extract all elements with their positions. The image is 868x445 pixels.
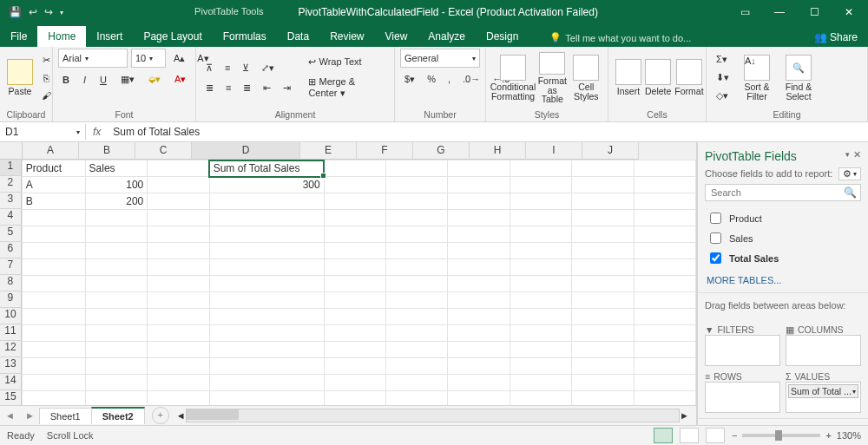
cell-I15[interactable] [572, 391, 634, 406]
tab-data[interactable]: Data [277, 26, 319, 47]
cell-D12[interactable] [209, 342, 324, 358]
sheet-tab-sheet2[interactable]: Sheet2 [91, 407, 145, 424]
filters-area[interactable] [705, 335, 780, 366]
cell-H1[interactable] [510, 160, 571, 177]
col-header-G[interactable]: G [413, 142, 470, 160]
name-box[interactable]: D1▾ [0, 124, 86, 140]
cell-B14[interactable] [85, 375, 148, 391]
cell-B8[interactable] [85, 276, 148, 292]
row-header-2[interactable]: 2 [0, 176, 22, 193]
tab-review[interactable]: Review [319, 26, 374, 47]
font-color-button[interactable]: A▾ [170, 71, 190, 88]
view-normal-button[interactable] [654, 428, 673, 443]
cell-C15[interactable] [148, 391, 209, 406]
select-all-corner[interactable] [0, 142, 23, 160]
orientation-icon[interactable]: ⤢▾ [257, 60, 279, 76]
cell-F12[interactable] [386, 342, 448, 358]
format-cells-button[interactable]: Format [673, 50, 705, 106]
cell-J7[interactable] [634, 259, 695, 276]
decrease-indent-icon[interactable]: ⇤ [259, 80, 275, 96]
cell-C5[interactable] [148, 226, 209, 243]
cell-A4[interactable] [22, 210, 85, 226]
save-icon[interactable]: 💾 [9, 6, 22, 18]
cell-H11[interactable] [510, 325, 571, 342]
cell-J13[interactable] [634, 358, 695, 375]
row-header-14[interactable]: 14 [0, 374, 22, 390]
cell-G2[interactable] [448, 177, 510, 193]
clear-icon[interactable]: ◇▾ [712, 88, 733, 104]
cell-E6[interactable] [324, 243, 385, 259]
cell-H10[interactable] [510, 309, 571, 325]
cell-D6[interactable] [209, 243, 324, 259]
cell-G15[interactable] [448, 391, 510, 406]
field-product[interactable]: Product [707, 208, 859, 228]
cell-G10[interactable] [448, 309, 510, 325]
sort-filter-button[interactable]: A↓Sort & Filter [739, 50, 775, 106]
cell-I11[interactable] [572, 325, 634, 342]
cell-C7[interactable] [148, 259, 209, 276]
cell-H4[interactable] [510, 210, 571, 226]
align-middle-icon[interactable]: ≡ [220, 60, 234, 76]
align-top-icon[interactable]: ⊼ [201, 60, 217, 76]
cell-A3[interactable]: B [22, 193, 85, 210]
cell-I3[interactable] [572, 193, 634, 210]
cell-G13[interactable] [448, 358, 510, 375]
cell-J9[interactable] [634, 292, 695, 309]
cell-H5[interactable] [510, 226, 571, 243]
cell-A5[interactable] [22, 226, 85, 243]
cell-E12[interactable] [324, 342, 385, 358]
increase-indent-icon[interactable]: ⇥ [279, 80, 295, 96]
cell-B1[interactable]: Sales [85, 160, 148, 177]
cell-H3[interactable] [510, 193, 571, 210]
row-header-7[interactable]: 7 [0, 258, 22, 275]
grow-font-icon[interactable]: A▴ [169, 50, 189, 67]
cell-G9[interactable] [448, 292, 510, 309]
row-header-8[interactable]: 8 [0, 275, 22, 291]
cell-A9[interactable] [22, 292, 85, 309]
maximize-icon[interactable]: ☐ [799, 3, 830, 22]
cell-C4[interactable] [148, 210, 209, 226]
tab-file[interactable]: File [0, 26, 37, 47]
fill-icon[interactable]: ⬇▾ [712, 69, 733, 86]
more-tables-link[interactable]: MORE TABLES... [698, 272, 868, 289]
pane-dropdown-icon[interactable]: ▾ [845, 150, 850, 159]
cell-D10[interactable] [209, 309, 324, 325]
cell-I9[interactable] [572, 292, 634, 309]
cell-I5[interactable] [572, 226, 634, 243]
fx-icon[interactable]: fx [86, 126, 108, 138]
undo-icon[interactable]: ↩ [29, 6, 37, 18]
italic-button[interactable]: I [79, 72, 90, 88]
cell-C6[interactable] [148, 243, 209, 259]
row-header-3[interactable]: 3 [0, 193, 22, 209]
tab-page-layout[interactable]: Page Layout [133, 26, 212, 47]
cell-E7[interactable] [324, 259, 385, 276]
bold-button[interactable]: B [58, 72, 74, 88]
cell-D4[interactable] [209, 210, 324, 226]
sheet-nav-next-icon[interactable]: ► [20, 410, 40, 421]
autosum-icon[interactable]: Σ▾ [712, 51, 733, 68]
cell-B7[interactable] [85, 259, 148, 276]
cell-G4[interactable] [448, 210, 510, 226]
format-as-table-button[interactable]: Format as Table [535, 50, 570, 106]
fields-layout-button[interactable]: ⚙▾ [838, 167, 861, 180]
cell-B10[interactable] [85, 309, 148, 325]
field-sales-checkbox[interactable] [710, 232, 721, 244]
cell-F1[interactable] [386, 160, 448, 177]
fill-color-button[interactable]: ⬙▾ [144, 71, 165, 88]
row-header-5[interactable]: 5 [0, 226, 22, 242]
fields-search-input[interactable] [709, 187, 844, 199]
cell-H15[interactable] [510, 391, 571, 406]
scroll-left-icon[interactable]: ◄ [176, 410, 186, 421]
scroll-thumb[interactable] [187, 409, 239, 420]
cell-J1[interactable] [634, 160, 695, 177]
cell-B4[interactable] [85, 210, 148, 226]
zoom-out-icon[interactable]: − [732, 430, 737, 441]
pane-close-icon[interactable]: ✕ [852, 149, 863, 160]
border-button[interactable]: ▦▾ [116, 71, 139, 88]
redo-icon[interactable]: ↪ [44, 6, 53, 18]
share-button[interactable]: 👥 Share [804, 28, 868, 47]
cell-I2[interactable] [572, 177, 634, 193]
cell-C14[interactable] [148, 375, 209, 391]
cell-F5[interactable] [386, 226, 448, 243]
number-format-select[interactable]: General▾ [400, 49, 480, 68]
